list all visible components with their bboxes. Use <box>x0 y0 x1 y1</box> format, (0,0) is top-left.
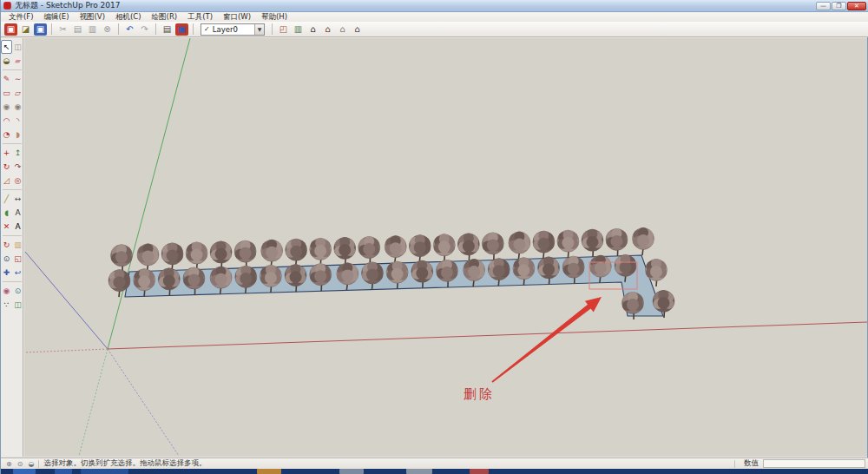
status-bar: ⊕⊙◒ 选择对象。切换到扩充选择。拖动鼠标选择多项。 数值 <box>1 458 868 469</box>
erase-icon[interactable]: ⊗ <box>101 23 114 36</box>
zoom-tool[interactable]: ⊙ <box>1 252 12 266</box>
palette-divider <box>3 143 22 144</box>
right-view-icon[interactable]: ⌂ <box>321 23 334 36</box>
menu-item-7[interactable]: 帮助(H) <box>256 12 293 22</box>
menu-bar: 文件(F)编辑(E)视图(V)相机(C)绘图(R)工具(T)窗口(W)帮助(H) <box>1 12 868 22</box>
rotate-tool[interactable]: ↻ <box>1 160 12 174</box>
save-icon[interactable]: ▣ <box>34 23 47 36</box>
zoom-extents-tool[interactable]: ✚ <box>1 266 12 280</box>
paint-bucket-tool[interactable]: ◒ <box>1 54 12 68</box>
tool-grid: ↖◫◒▰✎∼▭▱◉◉◠◝◔◗+↥↻↷◿◎╱↔◖A✕A↻▥⊙◱✚↩◉⊙∵◫ <box>1 40 23 312</box>
geolocation-icon[interactable]: ⊕ <box>6 460 12 468</box>
sketchup-logo-icon <box>3 2 11 10</box>
eraser-tool[interactable]: ▰ <box>12 54 23 68</box>
layer-check-icon: ✓ <box>204 25 210 33</box>
toolbar-separator <box>155 23 156 35</box>
taskbar-app-5[interactable] <box>406 469 432 474</box>
new-icon[interactable]: ▣ <box>4 23 17 36</box>
palette-divider <box>3 189 22 190</box>
credits-icon[interactable]: ⊙ <box>17 460 23 468</box>
paste-icon[interactable]: ▥ <box>86 23 99 36</box>
taskbar-app-1[interactable] <box>55 469 72 474</box>
dimension-tool[interactable]: ↔ <box>12 192 23 206</box>
model-info-icon[interactable]: ▣ <box>175 23 188 36</box>
arc-tool[interactable]: ◠ <box>1 114 12 128</box>
close-button[interactable]: ✕ <box>847 2 866 10</box>
sign-in-icon[interactable]: ◒ <box>28 460 34 468</box>
walk-tool[interactable]: ∵ <box>1 298 12 312</box>
measurements-input[interactable] <box>763 459 865 468</box>
taskbar-app-0[interactable] <box>13 469 36 474</box>
circle-tool[interactable]: ◉ <box>1 100 12 114</box>
delete-label: 删除 <box>464 386 495 402</box>
toolbar-separator <box>51 23 52 35</box>
tool-palette: ↖◫◒▰✎∼▭▱◉◉◠◝◔◗+↥↻↷◿◎╱↔◖A✕A↻▥⊙◱✚↩◉⊙∵◫ <box>1 38 23 457</box>
open-icon[interactable]: ◪ <box>19 23 32 36</box>
top-view-icon[interactable]: ▥ <box>292 23 305 36</box>
pie-tool[interactable]: ◔ <box>1 128 12 142</box>
window-title: 无标题 - SketchUp Pro 2017 <box>15 0 121 11</box>
cut-icon[interactable]: ✂ <box>56 23 69 36</box>
freehand-tool[interactable]: ∼ <box>12 72 23 86</box>
section-plane-tool[interactable]: ◫ <box>12 298 23 312</box>
move-tool[interactable]: + <box>1 146 12 160</box>
taskbar-app-4[interactable] <box>339 469 364 474</box>
sketchup-window: 无标题 - SketchUp Pro 2017 — ❐ ✕ 文件(F)编辑(E)… <box>0 0 868 474</box>
iso-view-icon[interactable]: ◰ <box>277 23 290 36</box>
two-point-arc-tool[interactable]: ◝ <box>12 114 23 128</box>
make-component-tool[interactable]: ◫ <box>12 40 23 54</box>
text-tool[interactable]: A <box>12 206 23 220</box>
minimize-button[interactable]: — <box>816 2 831 10</box>
tape-measure-tool[interactable]: ╱ <box>1 192 12 206</box>
pan-tool[interactable]: ▥ <box>12 238 23 252</box>
palette-divider <box>3 235 22 236</box>
toolbar-separator <box>272 23 273 35</box>
layer-dropdown[interactable]: ✓Layer0▼ <box>201 23 265 36</box>
axes-tool[interactable]: ✕ <box>1 220 12 234</box>
viewport-svg[interactable]: 删除 <box>24 38 867 457</box>
push-pull-tool[interactable]: ↥ <box>12 146 23 160</box>
menu-item-6[interactable]: 窗口(W) <box>218 12 256 22</box>
position-camera-tool[interactable]: ◉ <box>1 284 12 298</box>
toolbar-separator <box>118 23 119 35</box>
copy-icon[interactable]: ▤ <box>71 23 84 36</box>
line-tool[interactable]: ✎ <box>1 72 12 86</box>
restore-button[interactable]: ❐ <box>832 2 846 10</box>
layer-dropdown-arrow-icon[interactable]: ▼ <box>254 24 264 35</box>
menu-item-3[interactable]: 相机(C) <box>110 12 147 22</box>
follow-me-tool[interactable]: ↷ <box>12 160 23 174</box>
protractor-tool[interactable]: ◖ <box>1 206 12 220</box>
zoom-window-tool[interactable]: ◱ <box>12 252 23 266</box>
orbit-tool[interactable]: ↻ <box>1 238 12 252</box>
drawing-viewport[interactable]: 删除 <box>24 38 867 457</box>
scale-tool[interactable]: ◿ <box>1 174 12 188</box>
back-view-icon[interactable]: ⌂ <box>336 23 349 36</box>
offset-tool[interactable]: ◎ <box>12 174 23 188</box>
layer-dropdown-value: Layer0 <box>213 25 238 34</box>
segment-tool[interactable]: ◗ <box>12 128 23 142</box>
palette-divider <box>3 281 22 282</box>
taskbar-app-2[interactable] <box>81 469 128 474</box>
rectangle-tool[interactable]: ▭ <box>1 86 12 100</box>
taskbar-app-3[interactable] <box>257 469 281 474</box>
redo-icon[interactable]: ↷ <box>138 23 151 36</box>
menu-item-0[interactable]: 文件(F) <box>3 12 39 22</box>
status-message: 选择对象。切换到扩充选择。拖动鼠标选择多项。 <box>43 458 206 469</box>
menu-item-1[interactable]: 编辑(E) <box>39 12 75 22</box>
rotated-rectangle-tool[interactable]: ▱ <box>12 86 23 100</box>
front-view-icon[interactable]: ⌂ <box>306 23 319 36</box>
select-tool[interactable]: ↖ <box>1 40 12 54</box>
menu-item-2[interactable]: 视图(V) <box>75 12 110 22</box>
polygon-tool[interactable]: ◉ <box>12 100 23 114</box>
menu-item-4[interactable]: 绘图(R) <box>147 12 183 22</box>
zoom-previous-tool[interactable]: ↩ <box>12 266 23 280</box>
windows-taskbar[interactable] <box>1 469 868 474</box>
menu-item-5[interactable]: 工具(T) <box>182 12 218 22</box>
look-around-tool[interactable]: ⊙ <box>12 284 23 298</box>
undo-icon[interactable]: ↶ <box>123 23 136 36</box>
threed-text-tool[interactable]: A <box>12 220 23 234</box>
palette-divider <box>3 69 22 70</box>
taskbar-app-6[interactable] <box>470 469 489 474</box>
print-icon[interactable]: ▤ <box>161 23 174 36</box>
left-view-icon[interactable]: ⌂ <box>351 23 364 36</box>
